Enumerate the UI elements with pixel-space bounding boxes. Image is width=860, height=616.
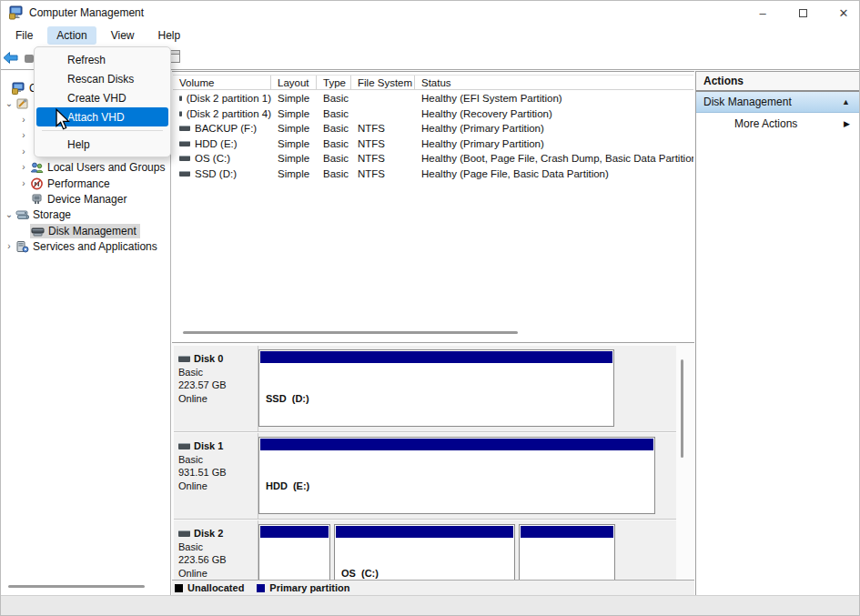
- partition-bar: [260, 439, 653, 450]
- menu-item-rescan-disks[interactable]: Rescan Disks: [36, 69, 168, 88]
- partition-box[interactable]: SSD (D:) 223.57 GB NTFS Healthy (Page Fi…: [258, 349, 614, 427]
- partition-bar: [260, 351, 612, 363]
- volume-layout: Simple: [271, 153, 317, 164]
- unallocated-swatch: [175, 584, 183, 592]
- device-manager-icon: [30, 193, 44, 206]
- menu-separator: [42, 130, 163, 131]
- disk-graphical-view: Disk 0 Basic 223.57 GB Online SSD (D:) 2…: [172, 343, 694, 595]
- volume-list: Volume Layout Type File System Status (D…: [172, 72, 694, 343]
- partition-box[interactable]: HDD (E:) 931.51 GB NTFS Healthy (Primary…: [258, 437, 655, 514]
- volume-list-horizontal-scrollbar[interactable]: [183, 331, 518, 334]
- table-row[interactable]: SSD (D:) Simple Basic NTFS Healthy (Page…: [173, 167, 693, 182]
- users-icon: [30, 161, 44, 174]
- primary-partition-swatch: [257, 584, 265, 592]
- sidebar-item-performance[interactable]: › Performance: [1, 176, 168, 191]
- disk-label[interactable]: Disk 0 Basic 223.57 GB Online: [174, 346, 258, 431]
- column-header-type[interactable]: Type: [317, 76, 351, 89]
- chevron-right-icon: ▶: [844, 119, 850, 128]
- volume-fs: NTFS: [351, 153, 415, 164]
- chevron-down-icon[interactable]: ⌄: [3, 209, 15, 219]
- disk-label[interactable]: Disk 1 Basic 931.51 GB Online: [174, 433, 258, 519]
- disk-icon: [178, 356, 190, 362]
- menubar-item-file[interactable]: File: [6, 26, 42, 45]
- sidebar-item-label: Performance: [47, 177, 110, 190]
- column-header-layout[interactable]: Layout: [271, 76, 317, 89]
- chevron-right-icon[interactable]: ›: [17, 146, 30, 157]
- table-row[interactable]: HDD (E:) Simple Basic NTFS Healthy (Prim…: [173, 136, 693, 152]
- forward-icon[interactable]: [25, 55, 34, 63]
- volume-layout: Simple: [271, 93, 317, 104]
- menubar-item-help[interactable]: Help: [149, 26, 190, 45]
- actions-group-disk-management[interactable]: Disk Management ▲: [696, 92, 859, 113]
- column-header-status[interactable]: Status: [415, 76, 693, 89]
- volume-fs: NTFS: [351, 168, 415, 179]
- table-row[interactable]: BACKUP (F:) Simple Basic NTFS Healthy (P…: [173, 121, 693, 136]
- computer-management-icon: [9, 5, 24, 20]
- volume-fs: NTFS: [351, 138, 415, 149]
- title-bar: Computer Management – ✕: [1, 1, 859, 25]
- disk-size: 931.51 GB: [178, 466, 256, 480]
- disk-kind: Basic: [178, 540, 256, 554]
- sidebar-item-device-manager[interactable]: Device Manager: [1, 191, 168, 207]
- disk-name: Disk 0: [194, 352, 223, 366]
- menu-item-create-vhd[interactable]: Create VHD: [36, 88, 168, 107]
- minimize-button[interactable]: –: [749, 1, 776, 25]
- partition-bar: [260, 526, 329, 538]
- collapse-icon[interactable]: ▲: [842, 97, 850, 106]
- volume-icon: [179, 111, 182, 116]
- chevron-right-icon[interactable]: ›: [17, 178, 30, 188]
- table-row[interactable]: (Disk 2 partition 1) Simple Basic Health…: [173, 91, 693, 106]
- menubar-item-action[interactable]: Action: [47, 26, 96, 45]
- disk-icon: [178, 443, 190, 449]
- chevron-down-icon[interactable]: ⌄: [3, 98, 15, 108]
- chevron-right-icon[interactable]: ›: [17, 130, 30, 140]
- volume-status: Healthy (Boot, Page File, Crash Dump, Ba…: [415, 153, 693, 164]
- maximize-button[interactable]: [789, 1, 816, 25]
- table-row[interactable]: OS (C:) Simple Basic NTFS Healthy (Boot,…: [173, 151, 693, 167]
- disk-management-panel: Volume Layout Type File System Status (D…: [172, 71, 694, 595]
- volume-name: BACKUP (F:): [195, 123, 257, 134]
- sidebar-item-label: Local Users and Groups: [47, 161, 165, 174]
- chevron-right-icon[interactable]: ›: [3, 241, 15, 251]
- legend-label: Primary partition: [269, 582, 349, 593]
- sidebar-item-label: Services and Applications: [33, 240, 157, 253]
- disk-state: Online: [178, 392, 256, 406]
- column-header-volume[interactable]: Volume: [173, 76, 271, 89]
- partition-bar: [336, 526, 513, 538]
- services-icon: [15, 240, 29, 253]
- sidebar-item-label: Storage: [33, 208, 71, 221]
- sidebar-item-services-and-applications[interactable]: › Services and Applications: [1, 238, 168, 254]
- volume-status: Healthy (Recovery Partition): [415, 108, 693, 119]
- table-row[interactable]: (Disk 2 partition 4) Simple Basic Health…: [173, 106, 693, 122]
- menu-item-help[interactable]: Help: [36, 135, 168, 154]
- storage-icon: [15, 208, 29, 221]
- volume-name: HDD (E:): [195, 138, 238, 149]
- volume-type: Basic: [317, 153, 351, 164]
- close-button[interactable]: ✕: [830, 1, 857, 25]
- sidebar-item-local-users-and-groups[interactable]: › Local Users and Groups: [1, 159, 168, 175]
- actions-group-label: Disk Management: [703, 96, 792, 108]
- chevron-right-icon[interactable]: ›: [17, 115, 30, 125]
- sidebar-item-disk-management[interactable]: Disk Management: [1, 223, 168, 238]
- properties-window-icon[interactable]: [170, 50, 180, 63]
- column-header-file-system[interactable]: File System: [351, 76, 415, 89]
- sidebar-horizontal-scrollbar[interactable]: [8, 585, 145, 588]
- volume-status: Healthy (Primary Partition): [415, 123, 693, 134]
- menu-item-refresh[interactable]: Refresh: [36, 50, 168, 69]
- volume-rows: (Disk 2 partition 1) Simple Basic Health…: [173, 91, 693, 181]
- sidebar-item-storage[interactable]: ⌄ Storage: [1, 207, 168, 222]
- back-icon[interactable]: [4, 52, 18, 64]
- chevron-right-icon[interactable]: ›: [17, 162, 30, 172]
- volume-icon: [179, 126, 190, 131]
- menubar-item-view[interactable]: View: [102, 26, 144, 45]
- sidebar-item-label: Disk Management: [48, 225, 137, 237]
- more-actions-item[interactable]: More Actions ▶: [696, 113, 859, 134]
- volume-layout: Simple: [271, 108, 317, 119]
- disk-name: Disk 1: [194, 439, 223, 453]
- volume-name: OS (C:): [195, 153, 230, 164]
- more-actions-label: More Actions: [734, 117, 797, 130]
- disk-view-vertical-scrollbar[interactable]: [681, 359, 683, 458]
- volume-type: Basic: [317, 123, 351, 134]
- performance-icon: [30, 177, 44, 190]
- volume-status: Healthy (Primary Partition): [415, 138, 693, 149]
